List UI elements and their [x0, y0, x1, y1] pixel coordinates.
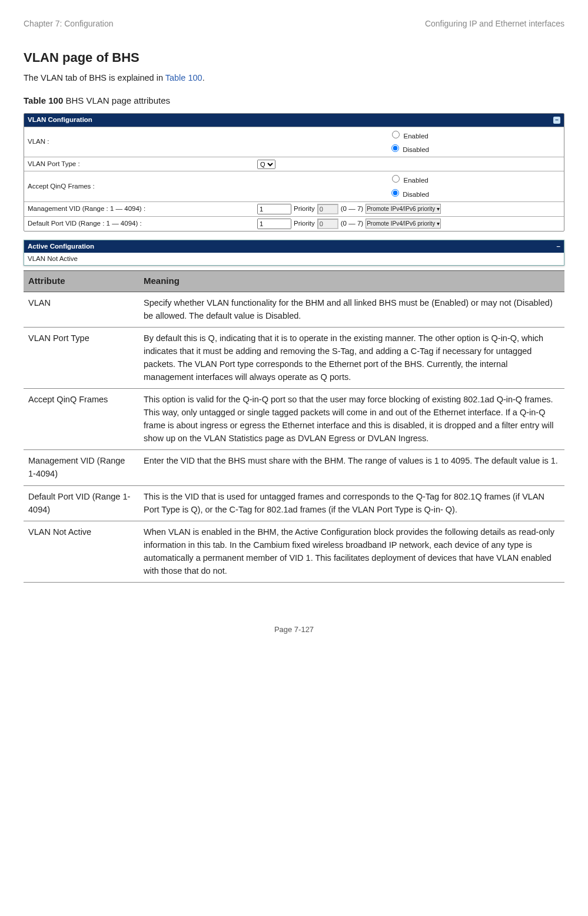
vlan-config-title: VLAN Configuration	[28, 115, 92, 125]
active-config-panel: Active Configuration – VLAN Not Active	[24, 240, 564, 266]
vlan-row: VLAN : Enabled Disabled	[24, 127, 564, 157]
meaning-cell: Specify whether VLAN functionality for t…	[139, 292, 564, 328]
mgmt-promote-select[interactable]: Promote IPv4/IPv6 priority ▾	[366, 204, 441, 214]
vlan-port-type-label: VLAN Port Type :	[28, 159, 257, 169]
col-attribute: Attribute	[24, 271, 139, 292]
vlan-enabled-radio[interactable]	[392, 131, 400, 138]
table-caption: Table 100 BHS VLAN page attributes	[24, 94, 564, 108]
priority-label-2: Priority	[294, 219, 315, 229]
default-vid-input[interactable]	[257, 219, 291, 229]
page-title: VLAN page of BHS	[24, 48, 564, 67]
mgmt-priority-input[interactable]	[317, 204, 338, 214]
vlan-port-type-row: VLAN Port Type : Q	[24, 157, 564, 171]
table-row: Accept QinQ FramesThis option is valid f…	[24, 389, 564, 450]
active-config-body: VLAN Not Active	[24, 253, 564, 265]
default-promote-select[interactable]: Promote IPv4/IPv6 priority ▾	[366, 219, 441, 229]
table-caption-text: BHS VLAN page attributes	[63, 95, 170, 105]
intro-text-post: .	[202, 73, 205, 82]
attr-cell: Management VID (Range 1-4094)	[24, 450, 139, 486]
attr-cell: Accept QinQ Frames	[24, 389, 139, 450]
priority-range-2: (0 — 7)	[341, 219, 363, 229]
active-config-title: Active Configuration	[28, 242, 94, 252]
meaning-cell: This is the VID that is used for untagge…	[139, 485, 564, 521]
priority-range: (0 — 7)	[341, 204, 363, 214]
section-label: Configuring IP and Ethernet interfaces	[425, 18, 564, 30]
attr-cell: VLAN	[24, 292, 139, 328]
vlan-disabled-radio[interactable]	[391, 144, 399, 152]
default-vid-row: Default Port VID (Range : 1 — 4094) : Pr…	[24, 216, 564, 231]
table-row: Management VID (Range 1-4094)Enter the V…	[24, 450, 564, 486]
default-priority-input[interactable]	[317, 219, 338, 229]
vlan-enabled-option[interactable]: Enabled	[389, 129, 428, 141]
attr-cell: VLAN Not Active	[24, 521, 139, 583]
table-row: VLANSpecify whether VLAN functionality f…	[24, 292, 564, 328]
active-config-header: Active Configuration –	[24, 240, 564, 253]
table-row: VLAN Port TypeBy default this is Q, indi…	[24, 328, 564, 389]
table-100-link[interactable]: Table 100	[165, 73, 202, 82]
qinq-enabled-radio[interactable]	[392, 175, 400, 183]
attributes-table: Attribute Meaning VLANSpecify whether VL…	[24, 270, 564, 583]
qinq-disabled-option[interactable]: Disabled	[388, 187, 429, 200]
meaning-cell: Enter the VID that the BHS must share wi…	[139, 450, 564, 486]
table-row: Default Port VID (Range 1-4094)This is t…	[24, 485, 564, 521]
chapter-label: Chapter 7: Configuration	[24, 18, 114, 30]
accept-qinq-row: Accept QinQ Frames : Enabled Disabled	[24, 171, 564, 201]
meaning-cell: When VLAN is enabled in the BHM, the Act…	[139, 521, 564, 583]
intro-paragraph: The VLAN tab of BHS is explained in Tabl…	[24, 72, 564, 85]
accept-qinq-label: Accept QinQ Frames :	[28, 181, 257, 191]
meaning-cell: By default this is Q, indicating that it…	[139, 328, 564, 389]
vlan-label: VLAN :	[28, 137, 257, 147]
page-running-header: Chapter 7: Configuration Configuring IP …	[24, 18, 564, 30]
meaning-cell: This option is valid for the Q-in-Q port…	[139, 389, 564, 450]
vlan-disabled-option[interactable]: Disabled	[388, 143, 429, 155]
table-caption-number: Table 100	[24, 95, 63, 105]
attr-cell: VLAN Port Type	[24, 328, 139, 389]
priority-label: Priority	[294, 204, 315, 214]
collapse-icon[interactable]: –	[553, 117, 560, 124]
mgmt-vid-input[interactable]	[257, 204, 291, 214]
intro-text-pre: The VLAN tab of BHS is explained in	[24, 73, 165, 82]
default-vid-label: Default Port VID (Range : 1 — 4094) :	[28, 219, 257, 229]
page-footer: Page 7-127	[24, 624, 564, 636]
collapse-icon[interactable]: –	[557, 242, 560, 252]
vlan-config-header: VLAN Configuration –	[24, 114, 564, 126]
qinq-disabled-radio[interactable]	[391, 189, 399, 197]
attr-cell: Default Port VID (Range 1-4094)	[24, 485, 139, 521]
col-meaning: Meaning	[139, 271, 564, 292]
vlan-port-type-select[interactable]: Q	[257, 160, 275, 169]
mgmt-vid-label: Management VID (Range : 1 — 4094) :	[28, 204, 257, 214]
table-row: VLAN Not ActiveWhen VLAN is enabled in t…	[24, 521, 564, 583]
mgmt-vid-row: Management VID (Range : 1 — 4094) : Prio…	[24, 201, 564, 216]
vlan-config-panel: VLAN Configuration – VLAN : Enabled Disa…	[24, 113, 564, 232]
qinq-enabled-option[interactable]: Enabled	[389, 173, 428, 186]
